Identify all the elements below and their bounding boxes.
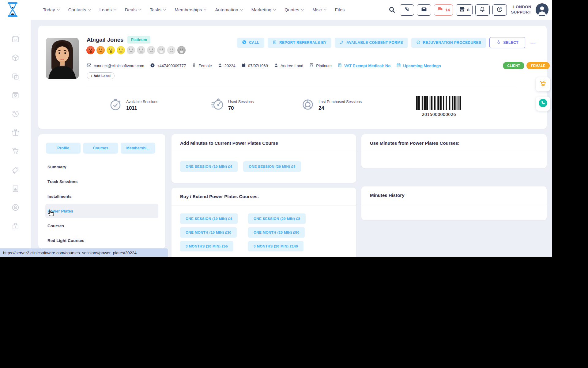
history-icon[interactable] <box>11 110 20 118</box>
panel-divider <box>172 152 356 152</box>
phone-teal-icon <box>538 98 548 109</box>
case-lock-icon[interactable] <box>11 222 20 230</box>
mood-face-mood-10[interactable] <box>177 46 186 54</box>
menu-item-installments[interactable]: Installments <box>38 189 165 204</box>
cart-icon[interactable] <box>11 147 20 155</box>
buy-one-month-10-button[interactable]: ONE MONTH (10 MIN) £30 <box>180 227 237 238</box>
speedometer-icon <box>211 98 224 113</box>
user-avatar[interactable] <box>536 3 548 16</box>
copy-icon[interactable] <box>11 72 20 81</box>
package-icon[interactable] <box>11 54 20 62</box>
menu-item-track-sessions[interactable]: Track Sessions <box>38 174 165 189</box>
client-status-badge[interactable]: CLIENT <box>503 62 524 69</box>
email-field[interactable]: connect@clinicsoftware.com <box>87 63 144 69</box>
client-name-row: Abigail Jones Platinum <box>87 36 150 44</box>
report-referrals-button[interactable]: REPORT REFERRALS BY <box>268 38 331 48</box>
tag-icon[interactable] <box>11 166 20 174</box>
tab-memberships[interactable]: Membershi... <box>121 143 155 154</box>
menu-item-courses[interactable]: Courses <box>38 218 165 233</box>
dialer-button[interactable] <box>400 4 414 16</box>
mood-face-mood-6[interactable] <box>137 46 145 54</box>
stat-label: Available Sessions <box>126 100 158 104</box>
rejuvenation-icon <box>416 40 420 45</box>
mood-face-mood-5[interactable] <box>127 46 135 54</box>
help-button[interactable]: ? <box>492 4 507 16</box>
available-sessions-stat: Available Sessions 1011 <box>109 98 158 113</box>
store-button[interactable]: 8 <box>456 4 473 16</box>
pointer-icon <box>496 40 501 45</box>
mood-face-mood-3[interactable] <box>107 46 115 54</box>
care-box-icon[interactable] <box>11 91 20 99</box>
minutes-history-panel: Minutes History <box>361 186 547 220</box>
panel-title: Add Minutes to Current Power Plates Cour… <box>180 140 278 146</box>
nav-deals[interactable]: Deals <box>125 7 141 12</box>
gift-icon[interactable] <box>11 128 20 137</box>
tab-profile[interactable]: Profile <box>46 143 81 154</box>
add-label-button[interactable]: + Add Label <box>87 72 115 79</box>
tab-courses[interactable]: Courses <box>83 143 118 154</box>
nav-misc[interactable]: Misc <box>312 7 326 12</box>
inbox-button[interactable] <box>417 4 431 16</box>
buy-three-months-20-button[interactable]: 3 MONTHS (20 MIN) £140 <box>248 241 303 251</box>
buy-one-session-10-button[interactable]: ONE SESSION (10 MIN) £4 <box>180 213 238 224</box>
floating-cart-button[interactable] <box>536 77 550 91</box>
call-icon <box>242 40 247 45</box>
menu-item-summary[interactable]: Summary <box>38 159 165 174</box>
upcoming-meetings-link[interactable]: Upcoming Meetings <box>396 63 441 68</box>
nav-marketing[interactable]: Marketing <box>251 7 276 12</box>
nav-tasks[interactable]: Tasks <box>150 7 166 12</box>
vat-exempt-link[interactable]: VAT Exempt Medical: No <box>337 63 390 68</box>
use-minutes-panel: Use Minutes from Power Plates Courses: <box>361 134 547 168</box>
menu-item-power-plates[interactable]: Power Plates <box>45 204 158 218</box>
buy-three-months-10-button[interactable]: 3 MONTHS (10 MIN) £55 <box>180 241 233 251</box>
nav-leads[interactable]: Leads <box>100 7 116 12</box>
menu-item-red-light-courses[interactable]: Red Light Courses <box>38 233 165 248</box>
add-one-session-10-button[interactable]: ONE SESSION (10 MIN) £4 <box>180 161 238 172</box>
chat-notifications-button[interactable]: 14 <box>434 4 453 16</box>
select-button[interactable]: SELECT <box>489 37 525 48</box>
mood-face-mood-9[interactable] <box>167 46 175 54</box>
meeting-calendar-icon <box>396 63 401 68</box>
mood-face-mood-8[interactable] <box>157 46 165 54</box>
calendar-icon[interactable]: 12 <box>11 35 20 43</box>
cart-orange-icon <box>539 80 547 89</box>
search-icon[interactable] <box>388 6 396 13</box>
chat-bubbles-icon <box>437 6 443 13</box>
nav-today[interactable]: Today <box>43 7 59 12</box>
stopwatch-icon <box>109 98 122 113</box>
card-divider <box>86 88 516 88</box>
clinicsoftware-logo[interactable] <box>7 2 18 19</box>
user-circle-icon[interactable] <box>11 203 20 212</box>
calendar-filled-icon <box>241 63 246 68</box>
icon-sidebar: 12 <box>0 20 31 257</box>
call-button[interactable]: CALL <box>237 38 264 48</box>
more-actions-button[interactable]: ... <box>529 40 538 45</box>
buy-one-month-20-button[interactable]: ONE MONTH (20 MIN) £50 <box>248 227 305 238</box>
inbox-icon <box>421 6 427 13</box>
owner-field: Andree Land <box>274 63 303 68</box>
buy-one-session-20-button[interactable]: ONE SESSION (20 MIN) £8 <box>248 213 306 224</box>
client-photo[interactable] <box>46 38 79 79</box>
add-one-session-20-button[interactable]: ONE SESSION (20 MIN) £8 <box>243 161 301 172</box>
chevron-down-icon <box>323 8 326 11</box>
mood-face-mood-7[interactable] <box>147 46 155 54</box>
nav-automation[interactable]: Automation <box>215 7 242 12</box>
phone-field[interactable]: Female +447490009777 <box>150 63 186 69</box>
floating-call-button[interactable] <box>536 97 550 111</box>
mood-face-mood-2[interactable] <box>96 46 105 54</box>
mood-face-mood-1[interactable] <box>86 46 95 54</box>
nav-memberships[interactable]: Memberships <box>175 7 206 12</box>
notifications-button[interactable] <box>475 4 490 16</box>
chevron-down-icon <box>114 8 117 11</box>
nav-files[interactable]: Files <box>335 7 345 12</box>
person-outline-icon <box>192 63 196 68</box>
rejuvenation-button[interactable]: REJUVENATION PROCEDURES <box>411 38 486 48</box>
consent-forms-button[interactable]: AVAILABLE CONSENT FORMS <box>335 38 408 48</box>
report-icon[interactable] <box>11 185 20 193</box>
nav-contacts[interactable]: Contacts <box>68 7 91 12</box>
mood-face-mood-4[interactable] <box>117 46 125 54</box>
chevron-down-icon <box>273 8 276 11</box>
gender-badge[interactable]: FEMALE <box>526 62 550 69</box>
nav-quotes[interactable]: Quotes <box>285 7 303 12</box>
panel-title: Use Minutes from Power Plates Courses: <box>370 140 460 146</box>
